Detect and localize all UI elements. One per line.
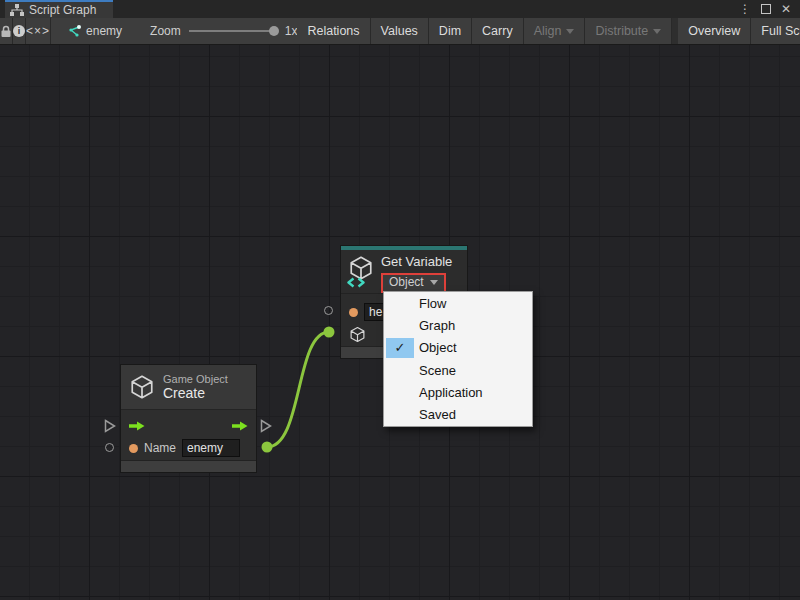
- menu-item-application[interactable]: Application: [384, 381, 532, 403]
- full-screen-button[interactable]: Full Screen: [751, 18, 800, 44]
- lock-icon: [0, 25, 12, 38]
- menu-item-scene[interactable]: Scene: [384, 359, 532, 381]
- graph-context-segment: enemy Zoom 1x: [51, 18, 297, 44]
- code-preview-toggle[interactable]: <×>: [26, 18, 51, 44]
- info-button[interactable]: i: [13, 18, 26, 44]
- node-title: Get Variable: [381, 255, 452, 270]
- graph-name-label: enemy: [86, 24, 122, 38]
- zoom-slider[interactable]: [189, 30, 275, 32]
- graph-canvas[interactable]: Game Object Create Name: [0, 45, 800, 600]
- zoom-slider-handle[interactable]: [269, 26, 279, 36]
- graph-toolbar: i <×> enemy Zoom 1x Relations Values Dim…: [0, 18, 800, 45]
- game-object-cube-icon: [129, 374, 155, 400]
- value-port-dot[interactable]: [129, 444, 138, 453]
- flow-input-port[interactable]: [104, 419, 116, 433]
- node-header-text: Game Object Create: [163, 373, 228, 402]
- name-port-label: Name: [144, 441, 176, 455]
- menu-item-graph[interactable]: Graph: [384, 314, 532, 336]
- title-bar: Script Graph ⋮ ✕: [0, 0, 800, 18]
- relations-button[interactable]: Relations: [297, 18, 370, 44]
- flow-output-port[interactable]: [260, 419, 272, 433]
- flow-arrow-out-icon: [232, 421, 248, 431]
- zoom-label: Zoom: [150, 24, 181, 38]
- value-input-port[interactable]: [324, 306, 333, 315]
- connected-output-port[interactable]: [262, 442, 273, 453]
- values-button[interactable]: Values: [371, 18, 429, 44]
- connected-input-port[interactable]: [324, 327, 335, 338]
- node-header[interactable]: Get Variable Object: [341, 250, 467, 294]
- node-game-object-create[interactable]: Game Object Create Name: [120, 364, 257, 473]
- lock-button[interactable]: [0, 18, 13, 44]
- value-input-port[interactable]: [105, 443, 114, 452]
- window-controls: ⋮ ✕: [739, 0, 800, 18]
- node-category: Game Object: [163, 373, 228, 386]
- kebab-menu-icon[interactable]: ⋮: [739, 3, 751, 15]
- checkmark-icon: ✓: [386, 338, 414, 358]
- scope-value: Object: [389, 276, 424, 290]
- script-graph-window: Script Graph ⋮ ✕ i <×>: [0, 0, 800, 600]
- carry-button[interactable]: Carry: [472, 18, 524, 44]
- align-dropdown-button[interactable]: Align: [524, 18, 586, 44]
- node-header-text: Get Variable Object: [381, 255, 452, 293]
- dim-button[interactable]: Dim: [429, 18, 472, 44]
- overview-button[interactable]: Overview: [678, 18, 751, 44]
- node-footer: [121, 460, 256, 472]
- name-row: Name: [121, 437, 256, 459]
- tab-title: Script Graph: [29, 3, 96, 17]
- code-brackets-teal-icon: [347, 277, 365, 288]
- node-title: Create: [163, 385, 228, 401]
- info-icon: i: [13, 25, 25, 37]
- variable-cube-icon: [348, 255, 375, 288]
- chevron-down-icon: [430, 280, 438, 285]
- value-port-dot[interactable]: [349, 308, 358, 317]
- zoom-value: 1x: [285, 24, 298, 38]
- close-icon[interactable]: ✕: [781, 3, 791, 15]
- name-input[interactable]: [182, 439, 240, 457]
- menu-item-saved[interactable]: Saved: [384, 404, 532, 426]
- chevron-down-icon: [566, 29, 574, 34]
- maximize-icon[interactable]: [761, 4, 771, 14]
- flow-arrow-in-icon: [129, 421, 145, 431]
- variable-scope-dropdown[interactable]: Object: [381, 273, 446, 293]
- fallback-cube-icon[interactable]: [349, 326, 366, 343]
- code-brackets-icon: <×>: [26, 24, 50, 38]
- menu-item-object[interactable]: ✓ Object: [384, 337, 532, 359]
- menu-item-flow[interactable]: Flow: [384, 292, 532, 314]
- flow-row: [121, 415, 256, 437]
- tab-script-graph[interactable]: Script Graph: [5, 0, 113, 18]
- node-header[interactable]: Game Object Create: [121, 365, 256, 410]
- chevron-down-icon: [653, 29, 661, 34]
- distribute-dropdown-button[interactable]: Distribute: [585, 18, 672, 44]
- graph-sitemap-icon: [10, 4, 24, 16]
- variable-scope-menu: Flow Graph ✓ Object Scene Application Sa…: [383, 291, 533, 427]
- graph-variable-icon: [67, 24, 81, 38]
